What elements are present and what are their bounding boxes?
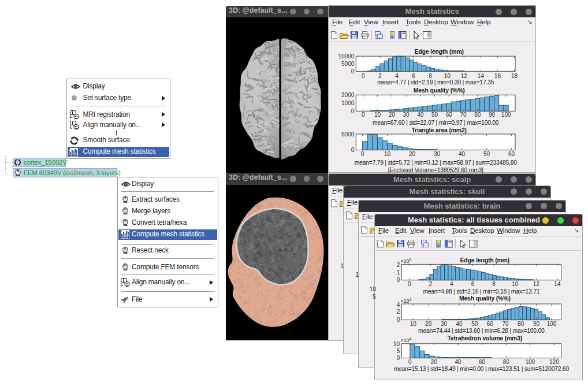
- svg-text:4: 4: [395, 73, 399, 79]
- svg-text:60: 60: [508, 151, 515, 157]
- svg-text:mean=4.77 | std=2.19 | min=0.3: mean=4.77 | std=2.19 | min=0.30 | max=17…: [377, 79, 494, 86]
- svg-text:0: 0: [408, 359, 412, 365]
- svg-text:80: 80: [503, 359, 510, 365]
- svg-text:10000: 10000: [338, 53, 354, 60]
- svg-text:40: 40: [455, 359, 462, 365]
- svg-text:40: 40: [417, 112, 424, 118]
- svg-text:90: 90: [533, 321, 540, 327]
- svg-text:Tetrahedron volume (mm3): Tetrahedron volume (mm3): [447, 335, 522, 342]
- svg-text:Triangle area (mm2): Triangle area (mm2): [411, 127, 466, 133]
- svg-text:5000: 5000: [341, 61, 355, 67]
- svg-text:10: 10: [512, 281, 519, 287]
- svg-text:1000: 1000: [341, 100, 355, 106]
- svg-text:60: 60: [487, 321, 494, 327]
- svg-text:×104: ×104: [400, 337, 411, 343]
- svg-text:14: 14: [478, 73, 485, 79]
- svg-text:10: 10: [444, 73, 451, 79]
- svg-text:50: 50: [471, 321, 478, 327]
- svg-text:5: 5: [397, 348, 400, 354]
- svg-text:Mesh quality (%%): Mesh quality (%%): [414, 87, 465, 94]
- svg-text:2: 2: [397, 309, 400, 315]
- svg-text:Edge length (mm): Edge length (mm): [460, 257, 509, 263]
- svg-text:4: 4: [397, 302, 400, 308]
- svg-text:90: 90: [489, 112, 496, 118]
- svg-text:mean=7.79 | std=5.72 | min=0.1: mean=7.79 | std=5.72 | min=0.12 | max=58…: [355, 159, 518, 166]
- svg-text:4: 4: [450, 281, 453, 287]
- svg-text:2000: 2000: [341, 92, 355, 98]
- svg-text:50: 50: [483, 151, 490, 157]
- svg-text:10: 10: [374, 112, 381, 118]
- svg-text:30: 30: [403, 112, 410, 118]
- svg-text:100: 100: [547, 321, 557, 327]
- svg-text:30: 30: [441, 321, 448, 327]
- svg-text:120: 120: [549, 359, 559, 365]
- svg-text:mean=4.98 | std=2.16 | min=0.1: mean=4.98 | std=2.16 | min=0.18 | max=13…: [423, 288, 539, 295]
- svg-text:16: 16: [494, 73, 501, 79]
- svg-text:18: 18: [511, 73, 518, 79]
- svg-text:Edge length (mm): Edge length (mm): [414, 48, 463, 55]
- svg-text:0: 0: [351, 68, 355, 75]
- svg-text:0: 0: [351, 108, 355, 114]
- svg-text:50: 50: [431, 112, 438, 118]
- svg-text:2: 2: [397, 262, 400, 268]
- svg-text:0: 0: [397, 355, 400, 361]
- svg-text:10: 10: [410, 321, 417, 327]
- svg-text:0: 0: [408, 281, 411, 287]
- svg-text:0: 0: [361, 151, 364, 157]
- svg-text:1: 1: [397, 269, 400, 276]
- svg-text:0: 0: [397, 317, 400, 323]
- svg-text:8: 8: [492, 281, 496, 287]
- svg-text:60: 60: [446, 112, 453, 118]
- svg-text:mean=15.13 | std=18.49 | min=0: mean=15.13 | std=18.49 | min=0.00 | max=…: [394, 366, 570, 372]
- svg-text:8: 8: [429, 73, 432, 79]
- svg-text:100: 100: [525, 359, 535, 365]
- svg-text:30: 30: [434, 151, 441, 157]
- svg-text:20: 20: [425, 321, 432, 327]
- svg-text:14: 14: [554, 281, 561, 287]
- svg-text:×105: ×105: [400, 258, 411, 264]
- svg-text:60: 60: [479, 359, 486, 365]
- svg-text:100: 100: [501, 112, 511, 118]
- svg-text:[Enclosed Volume=1380529.60 mm: [Enclosed Volume=1380529.60 mm3]: [388, 167, 483, 173]
- svg-text:20: 20: [431, 359, 438, 365]
- svg-text:40: 40: [459, 151, 466, 157]
- svg-text:6: 6: [412, 73, 415, 79]
- svg-text:20: 20: [389, 112, 396, 118]
- svg-text:40: 40: [456, 321, 463, 327]
- svg-text:70: 70: [460, 112, 467, 118]
- svg-text:70: 70: [503, 321, 509, 327]
- svg-text:0: 0: [351, 147, 355, 153]
- svg-text:5000: 5000: [341, 131, 355, 138]
- svg-text:mean=67.60 | std=22.07 | min=0: mean=67.60 | std=22.07 | min=0.97 | max=…: [373, 120, 499, 126]
- svg-text:Mesh quality (%%): Mesh quality (%%): [459, 295, 511, 302]
- svg-text:80: 80: [474, 112, 481, 118]
- svg-text:0: 0: [362, 112, 365, 118]
- svg-text:2: 2: [429, 281, 433, 287]
- svg-text:0: 0: [397, 277, 400, 283]
- svg-text:6: 6: [471, 281, 475, 287]
- svg-text:12: 12: [461, 73, 468, 79]
- svg-text:20: 20: [409, 151, 416, 157]
- svg-text:×104: ×104: [400, 298, 411, 304]
- svg-text:mean=74.44 | std=13.60 | min=6: mean=74.44 | std=13.60 | min=6.28 | max=…: [418, 328, 545, 334]
- svg-text:10: 10: [384, 151, 391, 157]
- svg-text:0: 0: [362, 73, 365, 79]
- svg-text:80: 80: [518, 321, 524, 327]
- svg-text:10: 10: [393, 341, 400, 347]
- svg-text:12: 12: [533, 281, 540, 287]
- svg-text:2: 2: [378, 73, 382, 79]
